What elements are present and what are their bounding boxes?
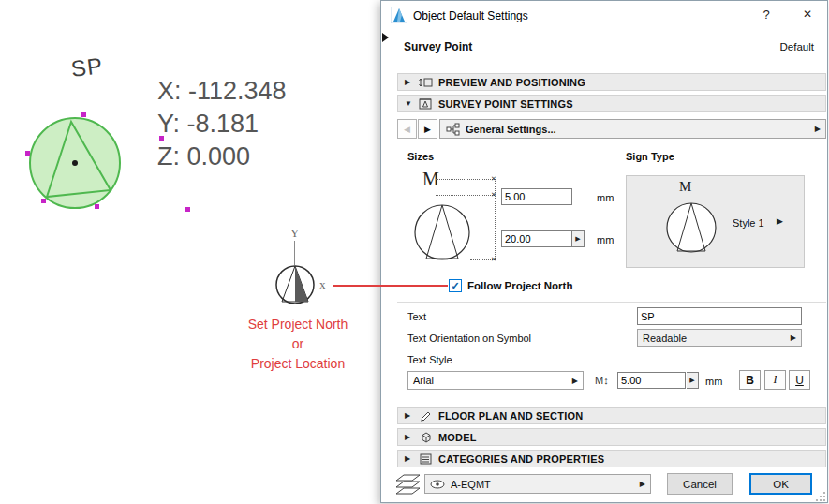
style-m-letter: M: [679, 179, 691, 195]
annotation-line-3: Project Location: [223, 354, 373, 374]
title-bar[interactable]: Object Default Settings ? ✕: [381, 1, 827, 29]
follow-project-north-label: Follow Project North: [467, 280, 572, 291]
axis-x-label: x: [319, 277, 326, 292]
unit-label: mm: [705, 376, 722, 387]
floor-plan-canvas[interactable]: SP X: -112.348 Y: -8.181 Z: 0.000 Y x Se…: [0, 0, 829, 504]
preview-positioning-icon: [419, 76, 433, 89]
section-floor-plan-and-section[interactable]: ▶ FLOOR PLAN AND SECTION: [397, 407, 826, 424]
hotspot-handle[interactable]: [95, 204, 99, 209]
list-icon: [419, 452, 433, 466]
text-height-icon: M↕: [595, 375, 609, 386]
eye-icon: [430, 480, 445, 489]
flyout-arrow-icon[interactable]: ▶: [777, 216, 783, 226]
close-button[interactable]: ✕: [799, 7, 816, 24]
axis-y-label: Y: [290, 226, 299, 241]
section-preview-positioning[interactable]: ▶ PREVIEW AND POSITIONING: [397, 73, 826, 91]
measure-line: [436, 195, 495, 196]
object-default-settings-dialog: Object Default Settings ? ✕ Survey Point…: [380, 0, 828, 503]
flyout-arrow-icon: ▶: [640, 480, 645, 488]
coord-x: X: -112.348: [157, 75, 287, 108]
chevron-right-icon: ▶: [405, 454, 413, 463]
measure-mark-icon: ✕: [491, 191, 496, 199]
orientation-label: Text Orientation on Symbol: [407, 333, 531, 344]
symbol-size-input[interactable]: [501, 230, 572, 247]
hotspot-handle[interactable]: [41, 199, 46, 203]
survey-point-text-label: SP: [69, 52, 104, 82]
default-label[interactable]: Default: [756, 41, 814, 52]
chevron-right-icon: ▶: [405, 411, 413, 420]
help-button[interactable]: ?: [758, 7, 775, 24]
text-input[interactable]: [637, 307, 802, 325]
section-label: MODEL: [438, 432, 477, 443]
settings-page-value: General Settings...: [466, 124, 556, 135]
flyout-arrow-icon: ▶: [572, 377, 578, 385]
prev-settings-button[interactable]: ◀: [397, 119, 417, 139]
section-survey-point-settings[interactable]: ▼ SURVEY POINT SETTINGS: [397, 95, 826, 112]
survey-settings-icon: [419, 97, 433, 111]
sign-type-label: Sign Type: [626, 151, 674, 162]
survey-point-symbol[interactable]: [26, 114, 124, 212]
annotation-line-2: or: [223, 334, 373, 354]
style-symbol: [664, 200, 718, 255]
sizes-label: Sizes: [407, 151, 434, 162]
section-label: CATEGORIES AND PROPERTIES: [438, 453, 604, 465]
next-settings-button[interactable]: ▶: [418, 119, 437, 139]
symbol-size-flyout-button[interactable]: ▶: [572, 230, 585, 247]
cube-icon: [419, 431, 433, 444]
section-label: PREVIEW AND POSITIONING: [438, 77, 585, 88]
text-label: Text: [407, 311, 426, 322]
font-size-flyout-button[interactable]: ▶: [687, 372, 699, 389]
chevron-down-icon: ▼: [405, 99, 413, 108]
check-icon: ✓: [450, 280, 461, 291]
chevron-right-icon: ▶: [405, 78, 413, 86]
flyout-arrow-icon: ▶: [815, 125, 821, 133]
style-name: Style 1: [733, 217, 764, 229]
layer-name: A-EQMT: [451, 479, 491, 490]
dialog-title: Object Default Settings: [413, 9, 528, 22]
hotspot-handle[interactable]: [25, 151, 30, 156]
axis-y-line: [294, 241, 295, 265]
section-label: FLOOR PLAN AND SECTION: [438, 410, 583, 422]
unit-label: mm: [597, 192, 614, 203]
orientation-dropdown[interactable]: Readable ▶: [637, 329, 802, 347]
settings-page-dropdown[interactable]: General Settings... ▶: [439, 119, 826, 139]
north-symbol[interactable]: [274, 264, 316, 305]
element-type-label: Survey Point: [404, 40, 472, 53]
follow-project-north-checkbox[interactable]: ✓: [449, 279, 462, 292]
divider: [397, 302, 826, 303]
font-size-input[interactable]: [617, 372, 686, 389]
section-categories-and-properties[interactable]: ▶ CATEGORIES AND PROPERTIES: [397, 450, 826, 467]
coordinate-readout: X: -112.348 Y: -8.181 Z: 0.000: [157, 75, 287, 173]
bold-button[interactable]: B: [739, 370, 761, 390]
font-dropdown[interactable]: Arial ▶: [407, 371, 584, 390]
chevron-right-icon: ▶: [405, 433, 413, 441]
hotspot-handle[interactable]: [81, 112, 86, 117]
underline-button[interactable]: U: [789, 370, 810, 390]
layer-dropdown[interactable]: A-EQMT ▶: [424, 474, 651, 494]
measure-mark-icon: ✕: [491, 175, 496, 183]
resize-grip[interactable]: [815, 491, 826, 502]
measure-mark-icon: ✕: [491, 256, 496, 263]
unit-label: mm: [597, 234, 614, 245]
section-model[interactable]: ▶ MODEL: [397, 428, 826, 446]
hotspot-handle[interactable]: [185, 207, 190, 212]
flyout-arrow-icon: ▶: [791, 334, 796, 342]
font-name: Arial: [413, 375, 434, 386]
coord-y: Y: -8.181: [157, 108, 287, 141]
preview-symbol: [412, 202, 472, 262]
text-style-label: Text Style: [407, 354, 452, 365]
app-icon: [391, 7, 407, 23]
orientation-value: Readable: [643, 333, 687, 344]
floor-plan-icon: [419, 409, 433, 422]
layers-icon[interactable]: [393, 472, 422, 497]
cancel-button[interactable]: Cancel: [667, 473, 733, 495]
measure-line: [436, 179, 495, 180]
sign-type-selector[interactable]: M Style 1 ▶: [626, 175, 805, 268]
italic-button[interactable]: I: [764, 370, 786, 390]
annotation-text: Set Project North or Project Location: [223, 315, 373, 374]
ok-button[interactable]: OK: [749, 473, 812, 495]
hierarchy-icon: [446, 123, 460, 136]
panel-marker-icon: [382, 33, 389, 42]
text-height-input[interactable]: [501, 188, 572, 205]
annotation-line: [333, 285, 448, 287]
